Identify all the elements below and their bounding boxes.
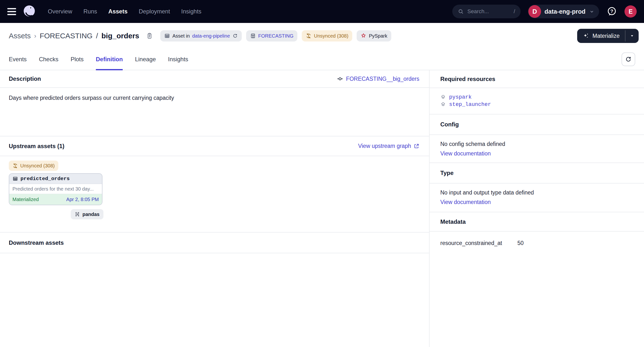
chevron-down-icon [589,8,595,14]
resource-icon [440,94,446,100]
view-upstream-graph-link[interactable]: View upstream graph [358,143,419,149]
dagster-logo[interactable] [22,4,36,18]
tab-insights[interactable]: Insights [168,49,188,70]
sync-warning-icon [12,163,18,168]
tab-checks[interactable]: Checks [39,49,58,70]
sync-warning-icon [306,33,312,39]
resource-link-pyspark[interactable]: pyspark [440,94,633,101]
breadcrumb: Assets › FORECASTING / big_orders [9,32,153,40]
resource-name: pyspark [449,94,472,100]
definition-main: Description FORECASTING__big_orders Days… [0,70,430,347]
tab-events[interactable]: Events [9,49,26,70]
downstream-title: Downstream assets [9,240,64,246]
nav-item-insights[interactable]: Insights [181,8,202,15]
config-view-documentation-link[interactable]: View documentation [440,150,491,157]
asset-node-name: predicted_orders [20,176,70,182]
breadcrumb-group[interactable]: FORECASTING [40,32,93,40]
deployment-switcher[interactable]: D data-eng-prod [528,5,599,18]
search-shortcut: / [514,8,515,15]
deployment-badge: D [528,5,541,18]
op-icon [337,76,343,82]
user-avatar[interactable]: E [624,5,637,18]
spark-icon [360,33,366,39]
upstream-unsynced-badge[interactable]: Unsynced (308) [9,160,58,171]
tab-definition[interactable]: Definition [96,49,123,70]
asset-node-predicted-orders[interactable]: predicted_orders Predicted orders for th… [9,173,102,205]
compute-kind-tag-pandas[interactable]: pandas [71,209,104,220]
tag-pyspark-label: PySpark [369,33,388,39]
tag-compute-kind-pyspark[interactable]: PySpark [357,30,391,42]
resource-link-step-launcher[interactable]: step_launcher [440,101,633,108]
type-view-documentation-link[interactable]: View documentation [440,199,491,206]
table-icon [12,176,18,182]
materialize-label: Materialize [592,33,620,39]
upstream-title: Upstream assets (1) [9,143,64,150]
svg-text:?: ? [610,8,613,14]
materialize-split-button: Materialize [577,29,639,43]
op-link[interactable]: FORECASTING__big_orders [337,76,419,82]
upstream-unsynced-label: Unsynced (308) [20,163,55,168]
copy-icon[interactable] [146,32,153,39]
menu-icon[interactable] [7,7,16,16]
metadata-key: resource_constrained_at [440,240,518,246]
code-location-icon [250,33,256,39]
external-link-icon [414,143,419,149]
tab-plots[interactable]: Plots [70,49,84,70]
asset-tabs: Events Checks Plots Definition Lineage I… [0,49,644,70]
primary-nav: Overview Runs Assets Deployment Insights [48,8,202,15]
pandas-icon [75,212,80,217]
asset-tags: Asset in data-eng-pipeline FORECASTING U… [160,30,391,42]
config-empty-message: No config schema defined [440,141,633,148]
op-link-label: FORECASTING__big_orders [346,76,419,82]
nav-item-assets[interactable]: Assets [108,8,128,15]
refresh-button[interactable] [622,52,635,66]
page-title: big_orders [102,32,139,40]
tab-lineage[interactable]: Lineage [135,49,156,70]
asset-node-description: Predicted orders for the next 30 day... [9,184,102,194]
description-body: Days where predicted orders surpass our … [0,88,429,136]
metadata-value: 50 [518,240,524,246]
config-title: Config [440,121,459,128]
description-title: Description [9,76,41,82]
asset-header-row: Assets › FORECASTING / big_orders Asset … [0,23,644,49]
view-upstream-graph-label: View upstream graph [358,143,411,149]
sparkles-icon [582,32,589,39]
tag-prefix: Asset in [172,33,190,39]
nav-item-overview[interactable]: Overview [48,8,72,15]
compute-kind-label: pandas [82,212,100,217]
tag-unsynced-label: Unsynced (308) [314,33,348,39]
caret-down-icon [629,33,635,39]
deployment-name: data-eng-prod [544,8,586,15]
definition-sidebar: Required resources pyspark step_launcher… [430,70,644,347]
materialize-dropdown-button[interactable] [626,29,639,43]
tag-asset-in-pipeline[interactable]: Asset in data-eng-pipeline [160,30,242,42]
search-placeholder: Search... [468,8,510,15]
metadata-title: Metadata [440,218,466,225]
metadata-row: resource_constrained_at 50 [430,232,644,246]
tag-group-forecasting[interactable]: FORECASTING [246,30,297,42]
table-icon [164,33,170,39]
search-icon [458,8,464,15]
tag-unsynced[interactable]: Unsynced (308) [302,30,352,42]
asset-node-state: Materialized [12,197,39,202]
materialize-button[interactable]: Materialize [577,29,625,43]
type-title: Type [440,170,454,176]
resource-icon [440,102,446,107]
top-nav: Overview Runs Assets Deployment Insights… [0,0,644,23]
upstream-assets-area: Unsynced (308) predicted_orders Predicte… [0,156,429,232]
pipeline-link[interactable]: data-eng-pipeline [192,33,230,39]
asset-node-timestamp[interactable]: Apr 2, 8:05 PM [66,197,99,202]
resource-name: step_launcher [449,102,491,108]
tag-group-label: FORECASTING [258,33,294,39]
reload-icon[interactable] [232,33,238,38]
breadcrumb-slash: / [96,32,98,40]
required-resources-title: Required resources [440,76,495,82]
refresh-icon [625,56,632,63]
help-icon[interactable]: ? [606,6,617,17]
breadcrumb-assets-link[interactable]: Assets [9,32,31,40]
search-input[interactable]: Search... / [452,5,520,18]
nav-item-deployment[interactable]: Deployment [139,8,170,15]
nav-item-runs[interactable]: Runs [84,8,97,15]
breadcrumb-separator: › [34,32,36,40]
type-empty-message: No input and output type data defined [440,189,633,196]
